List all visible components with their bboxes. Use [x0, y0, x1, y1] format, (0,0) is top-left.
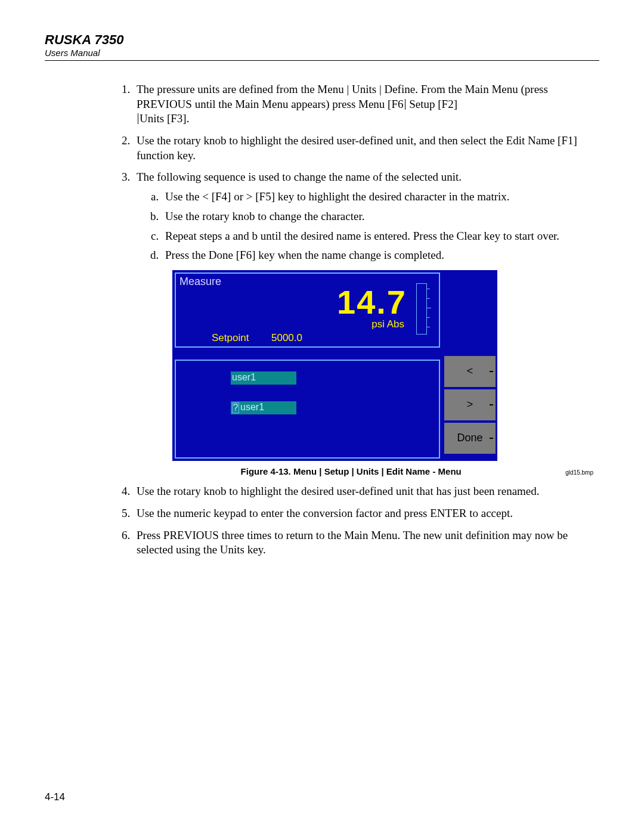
page-number: 4-14 — [45, 791, 65, 803]
figure-filename: gld15.bmp — [565, 469, 593, 476]
unit-name-display: user1 — [231, 371, 296, 385]
unit-name-edit-field[interactable]: ?user1 — [231, 401, 296, 414]
screen-main-area: Measure 14.7 psi Abs Setpoint 5000.0 — [172, 270, 442, 461]
function-key-column: < > Done — [442, 270, 497, 461]
setpoint-value: 5000.0 — [271, 332, 302, 345]
device-figure: Measure 14.7 psi Abs Setpoint 5000.0 — [172, 270, 593, 461]
edit-cursor: ? — [232, 402, 239, 413]
step-4: Use the rotary knob to highlight the des… — [133, 484, 593, 499]
edit-name-frame: user1 ?user1 — [175, 360, 440, 459]
step-1: The pressure units are defined from the … — [133, 82, 593, 126]
step-2: Use the rotary knob to highlight the des… — [133, 134, 593, 163]
steps-list: The pressure units are defined from the … — [110, 82, 593, 558]
step-3c: Repeat steps a and b until the desired n… — [162, 229, 593, 244]
bargraph-icon — [416, 283, 427, 335]
step-3: The following sequence is used to change… — [133, 170, 593, 477]
step-3d: Press the Done [F6] key when the name ch… — [162, 248, 593, 263]
fk-next-button[interactable]: > — [444, 389, 496, 420]
fk-done-button[interactable]: Done — [444, 423, 496, 454]
pressure-units: psi Abs — [371, 318, 404, 331]
figure-caption-row: Figure 4-13. Menu | Setup | Units | Edit… — [137, 466, 593, 478]
substeps-list: Use the < [F4] or > [F5] key to highligh… — [137, 190, 593, 263]
step-6: Press PREVIOUS three times to return to … — [133, 528, 593, 558]
pipe-icon — [138, 113, 138, 124]
manual-page: RUSKA 7350 Users Manual The pressure uni… — [0, 0, 644, 833]
manual-subtitle: Users Manual — [45, 48, 599, 58]
page-header: RUSKA 7350 Users Manual — [45, 32, 599, 61]
fk-spacer — [442, 270, 497, 355]
measure-frame: Measure 14.7 psi Abs Setpoint 5000.0 — [175, 272, 440, 348]
step-5: Use the numeric keypad to enter the conv… — [133, 506, 593, 521]
product-title: RUSKA 7350 — [45, 32, 599, 48]
pipe-icon — [405, 99, 405, 110]
fk-prev-button[interactable]: < — [444, 356, 496, 387]
measure-label: Measure — [179, 275, 221, 289]
step-3b: Use the rotary knob to change the charac… — [162, 209, 593, 224]
device-screen: Measure 14.7 psi Abs Setpoint 5000.0 — [172, 270, 497, 461]
figure-caption: Figure 4-13. Menu | Setup | Units | Edit… — [137, 466, 565, 478]
step-3a: Use the < [F4] or > [F5] key to highligh… — [162, 190, 593, 205]
body-content: The pressure units are defined from the … — [110, 82, 593, 558]
setpoint-label: Setpoint — [212, 332, 249, 345]
